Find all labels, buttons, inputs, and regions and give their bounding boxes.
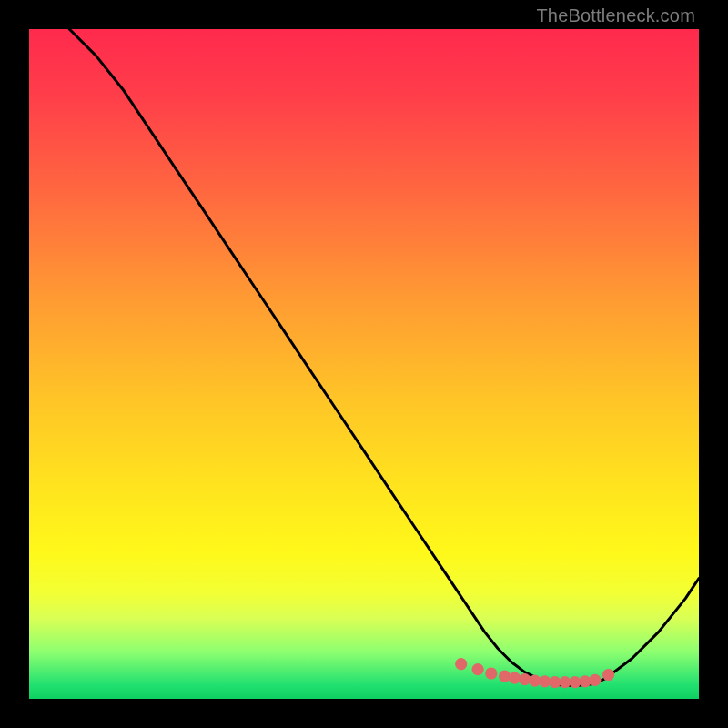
optimal-range-dot	[499, 670, 511, 682]
chart-svg	[29, 29, 699, 699]
chart-frame: TheBottleneck.com	[0, 0, 728, 728]
optimal-range-dot	[602, 669, 614, 681]
plot-area	[29, 29, 699, 699]
optimal-range-dot	[519, 673, 531, 685]
watermark-text: TheBottleneck.com	[536, 5, 695, 26]
optimal-range-dot	[485, 667, 497, 679]
bottleneck-curve	[69, 29, 699, 685]
optimal-range-dot	[472, 663, 484, 675]
optimal-range-dot	[589, 674, 601, 686]
optimal-range-dot	[455, 658, 467, 670]
